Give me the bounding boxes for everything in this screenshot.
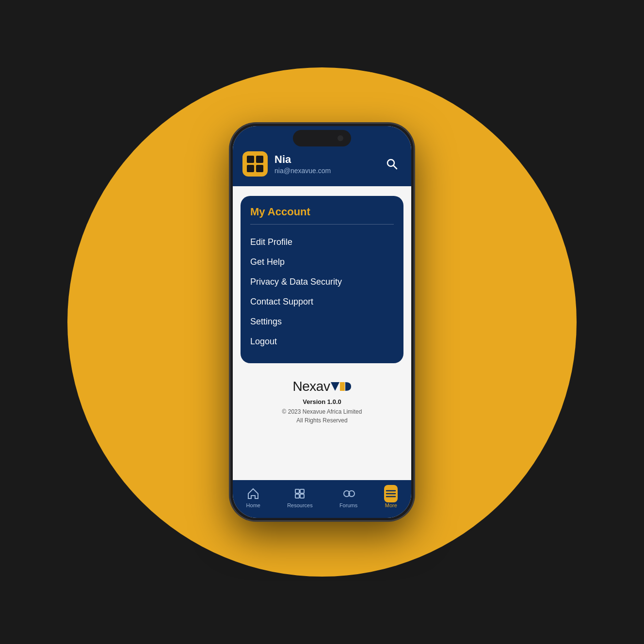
svg-rect-1 — [256, 156, 263, 163]
account-card: My Account Edit Profile Get Help Privacy… — [241, 196, 403, 363]
phone-screen: Nia nia@nexavue.com My Account Edit Prof… — [233, 126, 411, 518]
branding-section: Nexav — [241, 371, 403, 429]
nav-item-more[interactable]: More — [378, 485, 403, 510]
forums-icon — [342, 487, 355, 500]
menu-item-contact-support[interactable]: Contact Support — [250, 292, 394, 312]
svg-rect-7 — [340, 382, 345, 391]
search-button[interactable] — [382, 154, 402, 174]
svg-rect-9 — [300, 489, 304, 493]
nexavue-logo: Nexav — [293, 379, 352, 394]
search-icon — [386, 158, 398, 170]
menu-item-privacy[interactable]: Privacy & Data Security — [250, 272, 394, 292]
menu-item-get-help[interactable]: Get Help — [250, 252, 394, 272]
menu-item-settings[interactable]: Settings — [250, 312, 394, 332]
version-label: Version 1.0.0 — [303, 398, 341, 405]
copyright: © 2023 Nexavue Africa Limited All Rights… — [282, 407, 362, 425]
svg-rect-3 — [256, 165, 263, 172]
nav-item-forums[interactable]: Forums — [334, 485, 363, 510]
user-name: Nia — [274, 153, 375, 166]
background-circle: Nia nia@nexavue.com My Account Edit Prof… — [67, 67, 577, 577]
logo-text: Nexav — [293, 379, 330, 394]
home-icon — [246, 487, 260, 500]
more-icon — [384, 487, 398, 500]
logo-shape-rect — [340, 382, 345, 391]
nav-label-forums: Forums — [339, 502, 357, 508]
svg-rect-0 — [247, 156, 254, 163]
more-icon-bg — [384, 485, 398, 502]
nav-label-more: More — [385, 502, 397, 508]
nav-item-resources[interactable]: Resources — [281, 485, 319, 510]
main-content: My Account Edit Profile Get Help Privacy… — [233, 186, 411, 480]
svg-rect-10 — [295, 494, 299, 498]
nav-label-resources: Resources — [287, 502, 313, 508]
user-info: Nia nia@nexavue.com — [274, 153, 375, 175]
bottom-nav: Home Resources — [233, 480, 411, 518]
svg-rect-2 — [247, 165, 254, 172]
avatar — [242, 151, 268, 177]
resources-icon — [293, 487, 306, 500]
svg-line-5 — [394, 166, 397, 169]
phone-frame: Nia nia@nexavue.com My Account Edit Prof… — [230, 123, 414, 521]
logo-shape-triangle — [331, 382, 339, 391]
dynamic-island — [293, 130, 351, 146]
svg-rect-11 — [300, 494, 304, 498]
logo-shapes — [331, 382, 351, 391]
menu-item-logout[interactable]: Logout — [250, 332, 394, 352]
nav-label-home: Home — [246, 502, 260, 508]
account-card-title: My Account — [250, 206, 394, 218]
menu-item-edit-profile[interactable]: Edit Profile — [250, 232, 394, 252]
svg-rect-8 — [295, 489, 299, 493]
avatar-logo-icon — [246, 155, 264, 173]
nav-item-home[interactable]: Home — [241, 485, 266, 510]
logo-shape-arc — [345, 382, 351, 391]
user-email: nia@nexavue.com — [274, 167, 375, 175]
svg-marker-6 — [331, 382, 339, 391]
card-divider — [250, 224, 394, 225]
